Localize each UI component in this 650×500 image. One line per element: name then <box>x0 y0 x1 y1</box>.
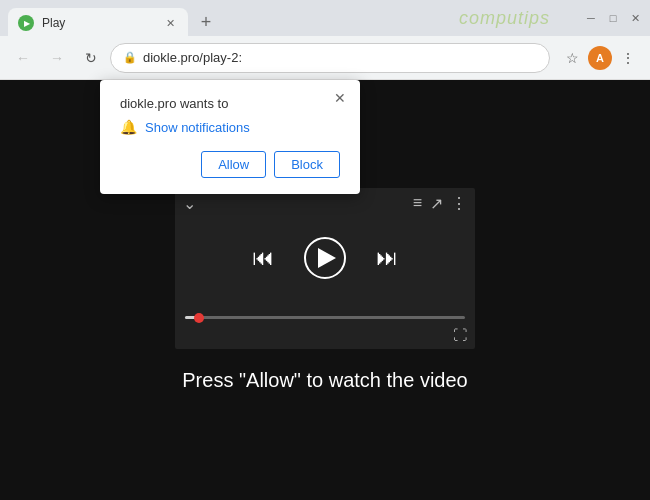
share-icon[interactable]: ↗ <box>430 194 443 213</box>
progress-dot <box>194 313 204 323</box>
forward-button[interactable]: → <box>42 43 72 73</box>
bottom-instruction-text: Press "Allow" to watch the video <box>182 369 467 392</box>
address-bar[interactable]: 🔒 diokle.pro/play-2: <box>110 43 550 73</box>
chevron-down-icon[interactable]: ⌄ <box>183 194 196 213</box>
popup-title: diokle.pro wants to <box>120 96 340 111</box>
minimize-button[interactable]: ─ <box>584 11 598 25</box>
show-notifications-link[interactable]: Show notifications <box>145 120 250 135</box>
allow-button[interactable]: Allow <box>201 151 266 178</box>
popup-buttons: Allow Block <box>120 151 340 178</box>
close-window-button[interactable]: ✕ <box>628 11 642 25</box>
toolbar-right: ☆ A ⋮ <box>558 44 642 72</box>
refresh-button[interactable]: ↻ <box>76 43 106 73</box>
maximize-button[interactable]: □ <box>606 11 620 25</box>
browser-window: Play ✕ + computips ─ □ ✕ ← → ↻ 🔒 diokle.… <box>0 0 650 500</box>
url-text: diokle.pro/play-2: <box>143 50 537 65</box>
avatar[interactable]: A <box>588 46 612 70</box>
skip-prev-button[interactable]: ⏮ <box>252 245 274 271</box>
more-icon[interactable]: ⋮ <box>451 194 467 213</box>
tab-close-button[interactable]: ✕ <box>162 15 178 31</box>
lock-icon: 🔒 <box>123 51 137 64</box>
browser-toolbar: ← → ↻ 🔒 diokle.pro/play-2: ☆ A ⋮ <box>0 36 650 80</box>
video-progress[interactable] <box>175 308 475 323</box>
menu-button[interactable]: ⋮ <box>614 44 642 72</box>
fullscreen-icon[interactable]: ⛶ <box>453 327 467 343</box>
play-triangle-icon <box>318 248 336 268</box>
tab-title: Play <box>42 16 154 30</box>
tab-favicon <box>18 15 34 31</box>
computips-watermark: computips <box>459 8 550 29</box>
browser-tab[interactable]: Play ✕ <box>8 8 188 38</box>
notification-popup: ✕ diokle.pro wants to 🔔 Show notificatio… <box>100 80 360 194</box>
notification-row: 🔔 Show notifications <box>120 119 340 135</box>
progress-bar-background <box>185 316 465 319</box>
video-bottom-controls: ⛶ <box>175 323 475 349</box>
block-button[interactable]: Block <box>274 151 340 178</box>
skip-next-button[interactable]: ⏭ <box>376 245 398 271</box>
window-controls: ─ □ ✕ <box>584 11 642 25</box>
popup-close-button[interactable]: ✕ <box>330 88 350 108</box>
star-button[interactable]: ☆ <box>558 44 586 72</box>
bell-icon: 🔔 <box>120 119 137 135</box>
play-button[interactable] <box>304 237 346 279</box>
title-bar: Play ✕ + computips ─ □ ✕ <box>0 0 650 36</box>
page-content: ✕ diokle.pro wants to 🔔 Show notificatio… <box>0 80 650 500</box>
new-tab-button[interactable]: + <box>192 8 220 36</box>
playlist-icon[interactable]: ≡ <box>413 194 422 213</box>
back-button[interactable]: ← <box>8 43 38 73</box>
video-player: ⌄ ≡ ↗ ⋮ ⏮ ⏭ ⛶ <box>175 188 475 349</box>
